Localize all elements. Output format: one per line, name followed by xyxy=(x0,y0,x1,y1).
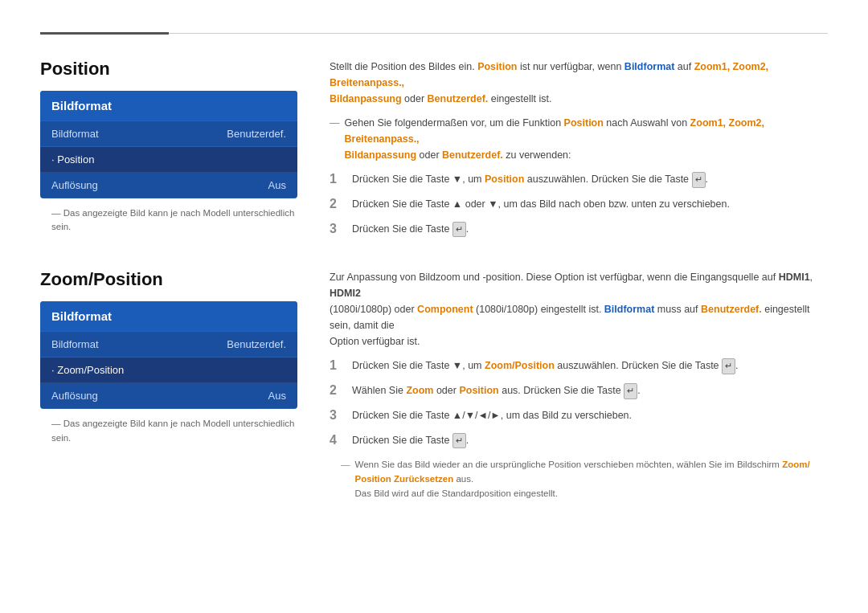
menu-item-value: Benutzerdef. xyxy=(227,338,286,350)
step-1: 1 Drücken Sie die Taste ▼, um Position a… xyxy=(330,171,828,188)
menu-item-value: Benutzerdef. xyxy=(227,128,286,140)
menu-item-aufloesung[interactable]: Auflösung Aus xyxy=(40,173,297,198)
section-position: Position Bildformat Bildformat Benutzerd… xyxy=(40,59,828,245)
position-intro: Stellt die Position des Bildes ein. Posi… xyxy=(330,59,828,107)
step-2: 2 Drücken Sie die Taste ▲ oder ▼, um das… xyxy=(330,196,828,213)
section-zoom-right: Zur Anpassung von Bildzoom und -position… xyxy=(330,269,828,504)
menu-item-position[interactable]: · Position xyxy=(40,147,297,173)
menu-header-position: Bildformat xyxy=(40,91,297,121)
menu-item-zoom-position[interactable]: · Zoom/Position xyxy=(40,358,297,383)
menu-box-position: Bildformat Bildformat Benutzerdef. · Pos… xyxy=(40,91,297,198)
section-position-title: Position xyxy=(40,59,297,80)
menu-item-value: Aus xyxy=(268,390,286,402)
section-position-note: Das angezeigte Bild kann je nach Modell … xyxy=(40,206,297,235)
position-dash-note: — Gehen Sie folgendermaßen vor, um die F… xyxy=(330,115,828,163)
position-steps: 1 Drücken Sie die Taste ▼, um Position a… xyxy=(330,171,828,237)
zoom-intro: Zur Anpassung von Bildzoom und -position… xyxy=(330,269,828,349)
section-zoom-title: Zoom/Position xyxy=(40,269,297,290)
zoom-step-1: 1 Drücken Sie die Taste ▼, um Zoom/Posit… xyxy=(330,358,828,374)
top-divider xyxy=(40,32,828,35)
section-position-left: Position Bildformat Bildformat Benutzerd… xyxy=(40,59,297,245)
section-position-right: Stellt die Position des Bildes ein. Posi… xyxy=(330,59,828,245)
zoom-step-4: 4 Drücken Sie die Taste ↵. xyxy=(330,432,828,449)
section-zoom-position: Zoom/Position Bildformat Bildformat Benu… xyxy=(40,269,828,504)
menu-item-bildformat[interactable]: Bildformat Benutzerdef. xyxy=(40,121,297,147)
menu-item-label: · Position xyxy=(51,153,94,166)
menu-item-label: Bildformat xyxy=(51,338,99,350)
menu-item-bildformat-zoom[interactable]: Bildformat Benutzerdef. xyxy=(40,332,297,358)
menu-item-aufloesung-zoom[interactable]: Auflösung Aus xyxy=(40,383,297,409)
zoom-sub-note: — Wenn Sie das Bild wieder an die ursprü… xyxy=(330,457,828,501)
menu-item-value: Aus xyxy=(268,179,286,191)
menu-item-label: · Zoom/Position xyxy=(51,364,124,376)
menu-item-label: Auflösung xyxy=(51,390,98,402)
section-zoom-left: Zoom/Position Bildformat Bildformat Benu… xyxy=(40,269,297,504)
menu-header-zoom: Bildformat xyxy=(40,301,297,332)
menu-item-label: Auflösung xyxy=(51,179,98,191)
section-zoom-note: Das angezeigte Bild kann je nach Modell … xyxy=(40,417,297,445)
zoom-steps: 1 Drücken Sie die Taste ▼, um Zoom/Posit… xyxy=(330,358,828,448)
menu-box-zoom: Bildformat Bildformat Benutzerdef. · Zoo… xyxy=(40,301,297,409)
menu-item-label: Bildformat xyxy=(51,128,99,140)
zoom-step-2: 2 Wählen Sie Zoom oder Position aus. Drü… xyxy=(330,382,828,399)
zoom-step-3: 3 Drücken Sie die Taste ▲/▼/◄/►, um das … xyxy=(330,407,828,424)
step-3: 3 Drücken Sie die Taste ↵. xyxy=(330,221,828,238)
